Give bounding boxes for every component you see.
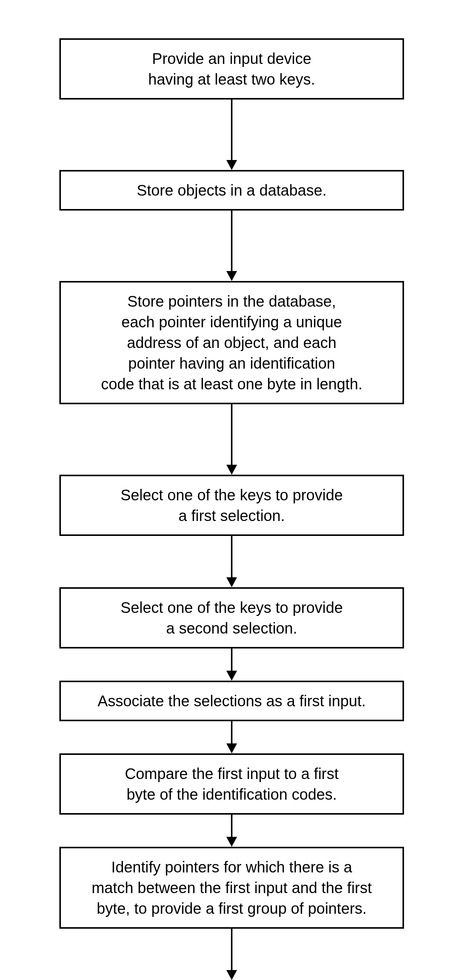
step-text-line: a second selection. [166,620,297,637]
flowchart-step-7: Compare the first input to a firstbyte o… [59,753,404,815]
arrow-down-icon [226,404,237,475]
flowchart-step-5: Select one of the keys to providea secon… [59,587,404,648]
step-text-line: address of an object, and each [127,334,336,351]
step-text-line: Select one of the keys to provide [121,487,343,503]
step-text-line: code that is at least one byte in length… [101,376,363,392]
flowchart-step-2: Store objects in a database. [59,170,404,211]
step-text-line: Provide an input device [152,50,311,67]
step-text-line: having at least two keys. [148,71,315,88]
step-text-line: Store pointers in the database, [128,293,336,310]
step-text-line: match between the first input and the fi… [92,879,372,896]
step-text-line: byte of the identification codes. [126,786,337,803]
step-text-line: Identify pointers for which there is a [111,859,352,875]
arrow-down-icon [226,648,237,681]
arrow-down-icon [226,929,237,980]
step-text-line: Compare the first input to a first [125,765,339,782]
step-text-line: Associate the selections as a first inpu… [98,693,366,709]
flowchart-container: Provide an input devicehaving at least t… [54,38,410,980]
arrow-down-icon [226,815,237,847]
flowchart-step-8: Identify pointers for which there is ama… [59,847,404,929]
arrow-down-icon [226,211,237,281]
step-text-line: each pointer identifying a unique [121,314,342,330]
arrow-down-icon [226,721,237,753]
step-text-line: byte, to provide a first group of pointe… [97,900,367,917]
step-text-line: a first selection. [178,507,285,524]
step-text-line: Select one of the keys to provide [121,599,343,616]
flowchart-step-3: Store pointers in the database,each poin… [59,281,404,404]
arrow-down-icon [226,100,237,170]
flowchart-step-6: Associate the selections as a first inpu… [59,681,404,721]
flowchart-step-1: Provide an input devicehaving at least t… [59,38,404,100]
step-text-line: pointer having an identification [128,355,335,372]
arrow-down-icon [226,536,237,587]
flowchart-step-4: Select one of the keys to providea first… [59,475,404,536]
step-text-line: Store objects in a database. [137,182,327,199]
